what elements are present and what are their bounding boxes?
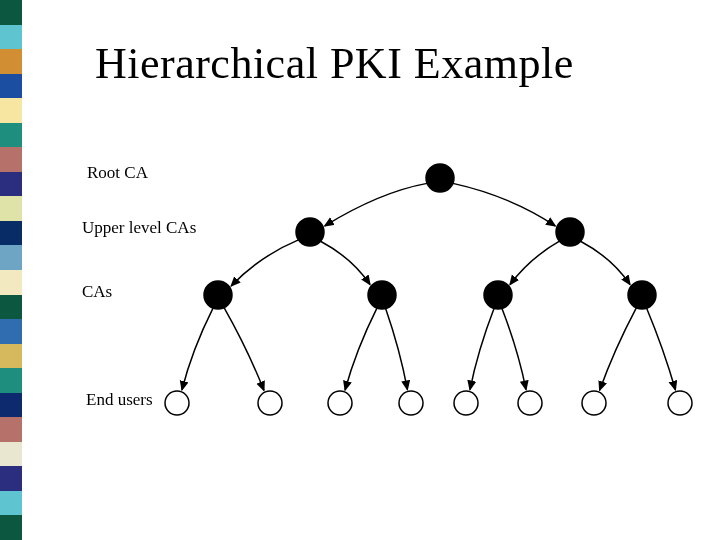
node-end — [454, 391, 478, 415]
node-cas — [628, 281, 656, 309]
tree-edge — [510, 241, 559, 284]
node-upper — [556, 218, 584, 246]
node-end — [328, 391, 352, 415]
tree-edge — [345, 308, 377, 390]
node-end — [258, 391, 282, 415]
tree-edge — [325, 183, 427, 225]
node-end — [582, 391, 606, 415]
node-end — [399, 391, 423, 415]
tree-edge — [502, 308, 526, 389]
node-upper — [296, 218, 324, 246]
tree-edge — [321, 241, 370, 284]
node-cas — [204, 281, 232, 309]
tree-edge — [386, 309, 408, 390]
tree-edge — [647, 308, 676, 390]
hierarchy-diagram — [0, 0, 720, 540]
node-end — [165, 391, 189, 415]
node-end — [518, 391, 542, 415]
node-root — [426, 164, 454, 192]
tree-edge — [581, 241, 630, 284]
tree-edge — [453, 183, 555, 225]
node-end — [668, 391, 692, 415]
tree-edge — [182, 308, 213, 390]
node-cas — [368, 281, 396, 309]
tree-edge — [224, 308, 264, 391]
tree-edge — [470, 308, 494, 389]
tree-edge — [600, 308, 637, 390]
node-cas — [484, 281, 512, 309]
tree-edge — [231, 240, 298, 286]
